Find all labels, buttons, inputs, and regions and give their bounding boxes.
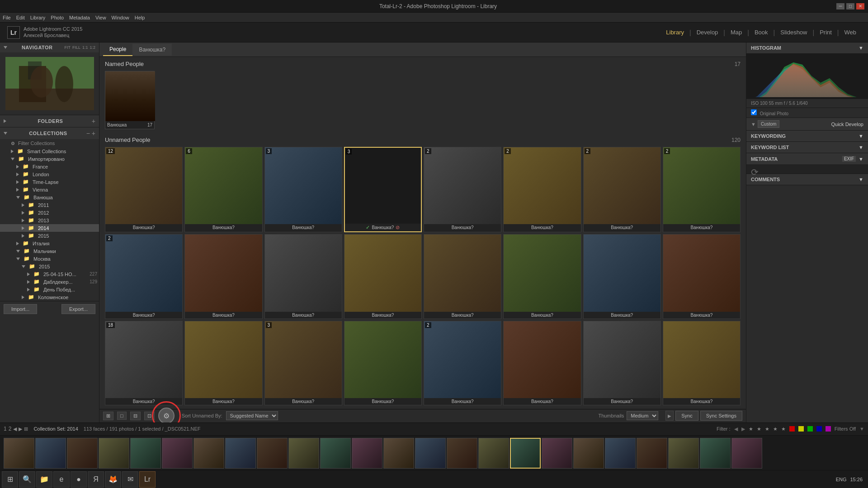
face-card-3[interactable]: 3 ✓ Ванюшка? ⊘ [344,147,422,232]
taskbar-firefox[interactable]: 🦊 [105,471,121,488]
face-card-5[interactable]: 2 Ванюшка? [503,147,581,232]
collections-header[interactable]: Collections − + [0,127,99,139]
menu-view[interactable]: View [95,15,106,20]
film-thumb-0[interactable] [4,438,34,469]
face-card-17[interactable]: Ванюшка? [184,321,262,405]
module-web[interactable]: Web [840,27,861,38]
film-thumb-5[interactable] [162,438,193,469]
kolomenskoye-item[interactable]: 📁 Коломенское [0,293,99,301]
taskbar-search[interactable]: 🔍 [19,471,35,488]
m2015-item[interactable]: 📁 2015 [0,263,99,270]
metadata-header[interactable]: Metadata EXIF ▼ [746,153,868,165]
color-blue-filter[interactable] [816,426,822,432]
module-print[interactable]: Print [815,27,836,38]
compare-view-btn[interactable]: ⊟ [130,412,141,420]
color-yellow-filter[interactable] [798,426,804,432]
face-card-16[interactable]: 18 Ванюшка? [105,321,183,405]
y2012-item[interactable]: 📁 2012 [0,209,99,216]
folders-header[interactable]: Folders + [0,115,99,127]
import-button[interactable]: Import... [4,304,37,314]
film-thumb-9[interactable] [288,438,319,469]
importirovano-item[interactable]: 📁 Импортировано [0,155,99,163]
film-thumb-21[interactable] [668,438,699,469]
face-card-9[interactable]: Ванюшка? [184,234,262,319]
module-map[interactable]: Map [726,27,746,38]
film-thumb-20[interactable] [637,438,667,469]
folders-add-btn[interactable]: + [92,117,95,125]
original-photo-checkbox[interactable] [751,109,757,115]
sync-button[interactable]: Sync [675,411,698,421]
face-card-0[interactable]: 12 Ванюшка? [105,147,183,232]
face-card-6[interactable]: 2 Ванюшка? [583,147,661,232]
grid-view-btn[interactable]: ⊞ [103,412,113,420]
reject-icon[interactable]: ⊘ [396,225,400,230]
loupe-view-btn[interactable]: □ [117,412,127,420]
person-card-vanyushka[interactable]: Ванюшка 17 [105,71,155,129]
sort-select[interactable]: Suggested Name [226,411,278,420]
star-3[interactable]: ★ [765,426,769,432]
module-book[interactable]: Book [750,27,773,38]
keywording-header[interactable]: Keywording ▼ [746,131,868,142]
film-thumb-8[interactable] [257,438,288,469]
close-button[interactable]: ✕ [856,3,864,9]
film-thumb-7[interactable] [225,438,256,469]
confirm-icon[interactable]: ✓ [366,225,370,230]
module-develop[interactable]: Develop [692,27,723,38]
film-thumb-13[interactable] [415,438,446,469]
y2013-item[interactable]: 📁 2013 [0,216,99,224]
histogram-header[interactable]: Histogram ▼ [746,42,868,54]
color-green-filter[interactable] [807,426,813,432]
decker-item[interactable]: 📁 Даблдекер... 129 [0,278,99,286]
face-card-8[interactable]: 2 Ванюшка? [105,234,183,319]
face-card-2[interactable]: 3 Ванюшка? [264,147,342,232]
timelapse-item[interactable]: 📁 Time-Lapse [0,178,99,186]
face-card-1[interactable]: 6 Ванюшка? [184,147,262,232]
survey-view-btn[interactable]: ⊡ [144,412,155,420]
film-thumb-1[interactable] [35,438,66,469]
nav-fill-btn[interactable]: FILL [72,45,80,50]
page-1-btn[interactable]: 1 [4,426,7,432]
menu-edit[interactable]: Edit [16,15,25,20]
tab-breadcrumb[interactable]: Ванюшка? [132,44,172,56]
malchiki-item[interactable]: 📁 Мальчики [0,247,99,255]
nav-prev-btn[interactable]: ◀ [13,426,17,432]
star-1[interactable]: ★ [749,426,753,432]
y2015-item[interactable]: 📁 2015 [0,232,99,239]
page-2-btn[interactable]: 2 [9,426,12,432]
menu-window[interactable]: Window [112,15,129,20]
face-card-14[interactable]: Ванюшка? [583,234,661,319]
color-red-filter[interactable] [789,426,795,432]
face-card-15[interactable]: Ванюшка? [663,234,741,319]
film-thumb-4[interactable] [130,438,161,469]
face-card-10[interactable]: Ванюшка? [264,234,342,319]
nav-next-btn[interactable]: ▶ [19,426,22,432]
people-view-btn[interactable]: ⚙ [158,408,175,422]
film-thumb-19[interactable] [605,438,636,469]
tab-people[interactable]: People [103,43,132,56]
taskbar-chrome[interactable]: ● [71,471,87,488]
smart-collections-item[interactable]: 📁 Smart Collections [0,147,99,155]
face-card-11[interactable]: Ванюшка? [344,234,422,319]
taskbar-explorer[interactable]: 📁 [36,471,52,488]
star-4[interactable]: ★ [773,426,778,432]
star-5[interactable]: ★ [781,426,786,432]
collections-add-btn[interactable]: + [92,130,95,137]
face-card-23[interactable]: Ванюшка? [663,321,741,405]
navigator-header[interactable]: Navigator FIT FILL 1:1 1:2 [0,42,99,52]
face-card-12[interactable]: Ванюшка? [424,234,501,319]
film-thumb-15[interactable] [478,438,509,469]
face-card-19[interactable]: Ванюшка? [344,321,422,405]
moskva-item[interactable]: 📁 Москва [0,255,99,263]
film-thumb-3[interactable] [99,438,129,469]
taskbar-ie[interactable]: e [53,471,70,488]
y2011-item[interactable]: 📁 2011 [0,201,99,209]
taskbar-yandex[interactable]: Я [88,471,104,488]
film-thumb-2[interactable] [67,438,98,469]
maximize-button[interactable]: □ [846,3,854,9]
vanyusha-item[interactable]: 📁 Ванюша [0,193,99,201]
film-thumb-12[interactable] [383,438,414,469]
taskbar-lightroom[interactable]: Lr [139,471,156,488]
film-thumb-11[interactable] [352,438,382,469]
face-card-22[interactable]: Ванюшка? [583,321,661,405]
menu-library[interactable]: Library [30,15,46,20]
